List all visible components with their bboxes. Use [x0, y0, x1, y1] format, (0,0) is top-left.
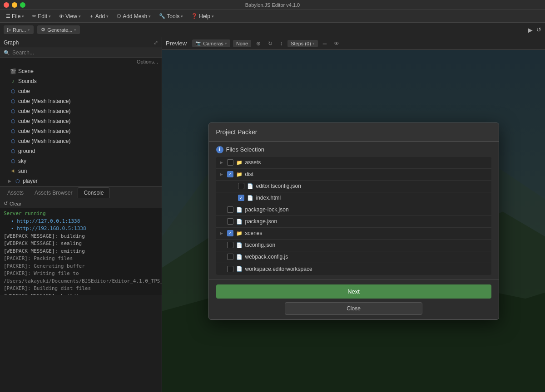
file-arrow: ▾ [22, 14, 24, 19]
tab-console[interactable]: Console [78, 187, 109, 198]
refresh-button[interactable]: ↺ [536, 26, 541, 33]
console-line-3: [WEBPACK MESSAGE]: building [4, 233, 158, 240]
cameras-label: Cameras [203, 41, 223, 46]
clear-button[interactable]: ↺ Clear [4, 201, 21, 206]
tree-item-cube-inst-2[interactable]: ⬡ cube (Mesh Instance) [0, 106, 162, 116]
none-button[interactable]: None [233, 40, 251, 47]
console-line-7: [PACKER]: Generating buffer [4, 263, 158, 270]
dist-checkbox[interactable] [227, 171, 233, 177]
menu-help[interactable]: ❓ Help ▾ [188, 12, 217, 20]
tree-item-cube-inst-1[interactable]: ⬡ cube (Mesh Instance) [0, 96, 162, 106]
package-lock-icon: 📄 [236, 207, 243, 213]
play-button[interactable]: ▶ [528, 26, 533, 34]
generate-button[interactable]: ⚙ Generate... ▾ [37, 25, 80, 34]
close-button[interactable]: Close [285, 302, 422, 315]
editor-tsconfig-checkbox[interactable] [238, 183, 244, 189]
package-lock-checkbox[interactable] [227, 206, 233, 213]
index-html-icon: 📄 [247, 195, 253, 201]
tools-icon: 🔧 [159, 13, 165, 19]
menu-add[interactable]: ＋ Add ▾ [86, 12, 112, 20]
tree-item-sun[interactable]: ☀ sun [0, 166, 162, 176]
player-label: player [23, 178, 38, 184]
scenes-checkbox[interactable] [227, 230, 233, 236]
menu-bar: ☰ File ▾ ✏ Edit ▾ 👁 View ▾ ＋ Add ▾ ⬡ Add… [0, 10, 545, 23]
maximize-window-button[interactable] [20, 2, 25, 8]
tree-item-cube-inst-5[interactable]: ⬡ cube (Mesh Instance) [0, 136, 162, 146]
next-button[interactable]: Next [216, 284, 491, 299]
file-row-package-json: 📄 package.json [216, 216, 491, 228]
dist-expand[interactable]: ▶ [220, 172, 224, 176]
tab-assets[interactable]: Assets [2, 188, 29, 198]
sky-icon: ⬡ [10, 158, 16, 164]
console-line-9: [PACKER]: Building dist files [4, 285, 158, 293]
rotate-icon-btn[interactable]: ↻ [266, 39, 275, 48]
options-bar[interactable]: Options... [0, 58, 162, 66]
tab-assets-browser[interactable]: Assets Browser [29, 188, 78, 198]
tree-item-scene[interactable]: 🎬 Scene [0, 66, 162, 76]
files-selection-title-text: Files Selection [226, 146, 265, 153]
menu-tools-label: Tools [167, 13, 179, 20]
sun-icon: ☀ [10, 168, 16, 174]
ground-icon: ⬡ [10, 148, 16, 154]
add-icon: ＋ [89, 13, 94, 20]
scenes-expand[interactable]: ▶ [220, 231, 224, 235]
toolbar: ▷ Run... ▾ ⚙ Generate... ▾ ▶ ↺ [0, 23, 545, 37]
tree-item-player[interactable]: ▶ ⬡ player [0, 176, 162, 186]
cube-label: cube [18, 88, 30, 94]
menu-edit-label: Edit [38, 13, 47, 20]
menu-view[interactable]: 👁 View ▾ [56, 12, 84, 20]
right-panel: Preview 📷 Cameras ▾ None ⊕ ↻ ↕ Steps (0)… [162, 37, 545, 392]
tree-item-cube-inst-3[interactable]: ⬡ cube (Mesh Instance) [0, 116, 162, 126]
cube-inst1-label: cube (Mesh Instance) [18, 98, 70, 104]
menu-add-mesh[interactable]: ⬡ Add Mesh ▾ [114, 12, 154, 20]
none-label: None [236, 41, 248, 46]
menu-file[interactable]: ☰ File ▾ [3, 12, 27, 20]
editor-tsconfig-name: editor.tsconfig.json [256, 183, 301, 189]
edit-icon: ✏ [32, 13, 36, 19]
view-icon: 👁 [59, 14, 64, 19]
scale-icon-btn[interactable]: ↕ [277, 39, 285, 48]
search-box: 🔍 [0, 48, 162, 58]
tree-item-ground[interactable]: ⬡ ground [0, 146, 162, 156]
webpack-icon: 📄 [236, 254, 243, 260]
cameras-button[interactable]: 📷 Cameras ▾ [192, 39, 230, 47]
menu-edit[interactable]: ✏ Edit ▾ [29, 12, 54, 20]
left-panel: Graph ⤢ 🔍 Options... 🎬 Scene ♪ Sounds [0, 37, 162, 392]
package-json-checkbox[interactable] [227, 218, 233, 225]
webpack-checkbox[interactable] [227, 254, 233, 260]
file-row-scenes: ▶ 📁 scenes [216, 228, 491, 240]
tsconfig-checkbox[interactable] [227, 242, 233, 248]
bottom-area: Assets Assets Browser Console ↺ Clear Se… [0, 186, 162, 295]
console-line-8: [PACKER]: Writing file to /Users/takayuk… [4, 270, 158, 285]
editor-tsconfig-icon: 📄 [247, 183, 253, 189]
cameras-arrow: ▾ [225, 41, 227, 46]
minimize-window-button[interactable] [12, 2, 17, 8]
workspace-checkbox[interactable] [227, 266, 233, 272]
tree-item-sky[interactable]: ⬡ sky [0, 156, 162, 166]
sounds-icon: ♪ [10, 78, 16, 84]
move-icon-btn[interactable]: ⊕ [254, 39, 263, 48]
tools-arrow: ▾ [181, 14, 183, 19]
ground-label: ground [18, 148, 35, 154]
panel-expand-icon[interactable]: ⤢ [154, 39, 158, 46]
index-html-checkbox[interactable] [238, 195, 244, 201]
steps-button[interactable]: Steps (0) ▾ [287, 40, 318, 47]
assets-checkbox[interactable] [227, 159, 233, 166]
run-button[interactable]: ▷ Run... ▾ [4, 25, 34, 34]
generate-arrow: ▾ [74, 28, 76, 32]
add-mesh-icon: ⬡ [117, 13, 121, 19]
close-window-button[interactable] [4, 2, 9, 8]
console-line-5: [WEBPACK MESSAGE]: emitting [4, 248, 158, 255]
preview-canvas: Project Packer i Files Selection ▶ [162, 50, 545, 392]
tree-item-cube-inst-4[interactable]: ⬡ cube (Mesh Instance) [0, 126, 162, 136]
search-input[interactable] [12, 49, 158, 56]
console-line-1: • http://127.0.0.1:1338 [4, 218, 158, 225]
menu-tools[interactable]: 🔧 Tools ▾ [156, 12, 186, 20]
assets-expand[interactable]: ▶ [220, 160, 224, 165]
tree-item-sounds[interactable]: ♪ Sounds [0, 76, 162, 86]
tree-item-cube[interactable]: ⬡ cube [0, 86, 162, 96]
eye-icon-btn[interactable]: 👁 [332, 39, 342, 48]
scene-icon: 🎬 [10, 69, 16, 74]
scene-tree: 🎬 Scene ♪ Sounds ⬡ cube ⬡ cube (Mesh Ins… [0, 66, 162, 186]
player-arrow: ▶ [8, 179, 13, 183]
